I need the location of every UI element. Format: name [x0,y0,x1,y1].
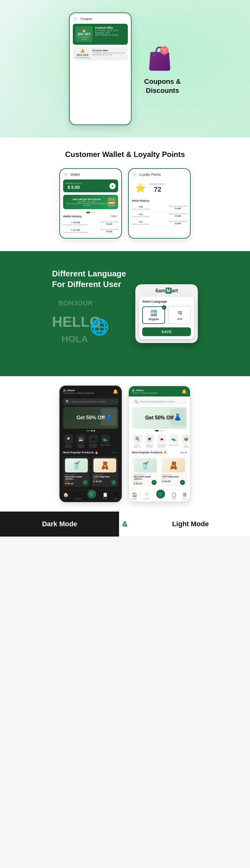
light-search-bar[interactable]: 🔍 Search your desired items or stores [132,398,187,405]
home-nav-label: Home [64,498,68,500]
dark-nav-favourite[interactable]: ♡ Favourite [75,492,81,500]
loyalty-back-btn[interactable]: ‹ [132,172,137,177]
light-nav-menu[interactable]: ☰ Menu [183,492,187,500]
light-home-label: Home [132,498,136,500]
light-phone-header: ⊞ Others 400001 TC Dhaka, Bangladesh 🔔 [129,386,190,397]
hola-text: HOLA [62,334,88,344]
wallet-phone-header: ‹ Wallet [63,172,118,177]
loyalty-phone: ‹ Loyalty Points ⭐ Loyalty Points ! 72 P… [128,168,191,239]
back-button[interactable]: ‹ [73,16,78,21]
wallet-section: Customer Wallet & Loyalty Points ‹ Walle… [0,137,250,251]
lang-option-bangla[interactable]: অ বাংলা [168,306,191,324]
point1-desc: From store # 100295 [132,208,149,210]
loyalty-points-value: 72 [149,185,166,193]
wallet-phones-row: ‹ Wallet Wallet Amount $ 5.00 + Add 100 … [9,168,241,239]
loyalty-points-info: Loyalty Points ! 72 [149,183,166,193]
teddy-cart-btn[interactable]: + [111,480,116,485]
light-categories: 🍳 KitchenAppliances 💻 Laptops &Desktops … [129,433,190,450]
point1-type: Credit [169,207,187,210]
dot-1 [86,212,90,213]
dark-location-label: Others [67,389,75,392]
wallet-history-title: Wallet History [63,215,82,218]
dark-bell-icon[interactable]: 🔔 [113,389,118,394]
light-munchkin-cart-btn[interactable]: + [152,480,157,485]
wallet-history-item-1: + $ 5.00 Converted From Loyalty Point 20… [63,220,118,227]
inactive-coupon-minpurchase: Min Purchase: $ 100.00 [93,54,125,56]
loyalty-points-label: Loyalty Points ! [149,183,166,185]
app-brand: 6amMart [139,288,194,293]
wallet-add-button[interactable]: + [110,183,116,189]
wallet-promo-title: Add 100 get 10% Extras [66,198,107,201]
light-search-icon: 🔍 [134,400,138,403]
point-history-item-2: +11 From store # 100295 2022-12-07 02:54… [132,212,187,219]
light-see-all[interactable]: See All [180,452,187,454]
light-door-icon: 📦 [182,435,190,443]
light-nav-favourite[interactable]: ♡ Favourite [144,492,150,500]
kitchen-label: KitchenAppliances [65,444,72,448]
point3-amount: +17 [132,220,149,223]
light-nav-orders[interactable]: 📋 Orders [171,492,177,500]
dark-search-bar[interactable]: 🔍 Search your desired items or stores [63,398,118,405]
light-nav-home[interactable]: 🏠 Home [132,492,137,500]
dark-banner: Get 50% Off 👗 [63,407,118,429]
wallet-item1-type: Credit [100,223,118,225]
light-search-text: Search your desired items or stores [140,401,175,403]
others-grid-icon: ⊞ [63,389,66,392]
lang-option-english[interactable]: ✓ 🔤 English [142,306,165,324]
dark-nav-home[interactable]: 🏠 Home [63,492,68,500]
dark-product-munchkin[interactable]: 🥤 Organic Market Munchkin snack catcher.… [63,457,90,487]
light-products-row: 🥤 Organic Market Munchkin snack catcher.… [129,455,190,488]
language-section-title: Different LanguageFor Different User [52,269,126,290]
active-coupon-card[interactable]: 🔥 25% OFF On Organic Shop Festival Offer… [73,24,128,45]
wallet-section-title: Customer Wallet & Loyalty Points [9,150,241,159]
flame-icon: 🔥 [77,28,91,33]
dark-see-all[interactable]: See All [111,452,118,454]
wallet-promo-card[interactable]: Add 100 get 10% Extras Valid till 21 Jul… [63,195,118,209]
inactive-coupon-card[interactable]: 🔥 50% OFF On Organic Shop Festival Offer… [73,47,128,60]
inactive-shop-name: On Organic Shop [75,57,90,59]
light-bell-icon[interactable]: 🔔 [182,389,187,394]
active-coupon-discount: 🔥 25% OFF On Organic Shop [75,26,93,42]
dark-dot-2 [91,430,93,432]
light-location-label: Others [136,389,144,392]
bangla-lang-script: অ [171,309,188,317]
teddy-image: 🧸 [93,458,116,472]
dark-nav-cart-center[interactable]: 🛒 [88,490,96,498]
star-trophy-icon: ⭐ [135,183,146,193]
svg-text:SALE: SALE [162,48,167,50]
inactive-coupon-title: Festival Offer [93,49,125,52]
wallet-back-btn[interactable]: ‹ [63,172,68,177]
dot-2 [91,212,93,213]
select-lang-title: Select Language [142,300,191,303]
light-location-info: ⊞ Others 400001 TC Dhaka, Bangladesh [132,389,158,394]
language-left-content: Different LanguageFor Different User BON… [52,269,126,359]
teddy-name: Soft Teddy Bear [93,475,116,478]
munchkin-cart-btn[interactable]: + [83,480,88,485]
light-nav-cart-center[interactable]: 🛒 [156,490,165,498]
light-cat-kitchen: 🍳 KitchenAppliances [132,435,143,448]
laptop-label: Laptops &Desktops [77,444,84,448]
light-dot-1 [155,430,159,432]
point2-type: Credit [169,215,187,217]
dark-nav-menu[interactable]: ☰ Menu [114,492,118,500]
dark-product-teddy[interactable]: 🧸 Fashion Store Soft Teddy Bear ★ 0.0 $ … [92,457,118,487]
flame-icon-2: 🔥 [75,49,90,54]
dark-products-row: 🥤 Organic Market Munchkin snack catcher.… [60,455,121,488]
wallet-item2-desc: Converted From Loyalty Point [63,231,88,233]
light-mode-phone: ⊞ Others 400001 TC Dhaka, Bangladesh 🔔 🔍… [128,385,191,502]
light-teddy-rating: ★ 0.0 [162,478,185,480]
light-cat-bags: 👟 Bags & Shoes [168,435,179,448]
light-product-teddy[interactable]: 🧸 Fashion Store Soft Teddy Bear ★ 0.0 $ … [160,457,187,487]
light-teddy-cart-btn[interactable]: + [180,480,185,485]
wallet-item2-amount: + $ 3.00 [63,228,88,231]
light-product-munchkin[interactable]: 🥤 Organic Market Munchkin snack catcher.… [132,457,158,487]
globe-icon: 🌐 [90,318,109,336]
save-language-button[interactable]: SAVE [142,328,191,336]
dark-nav-orders[interactable]: 📋 Orders [102,492,108,500]
dark-dot-3 [93,430,95,432]
light-orders-label: Orders [171,498,176,500]
wallet-filter-btn[interactable]: Filter [110,215,118,218]
dark-location-info: ⊞ Others 1372 Avenue 11, Dhaka, Banglade… [63,389,94,394]
light-munchkin-name: Munchkin snack catcher... [134,475,157,480]
loyalty-points-card: ⭐ Loyalty Points ! 72 [132,180,187,197]
